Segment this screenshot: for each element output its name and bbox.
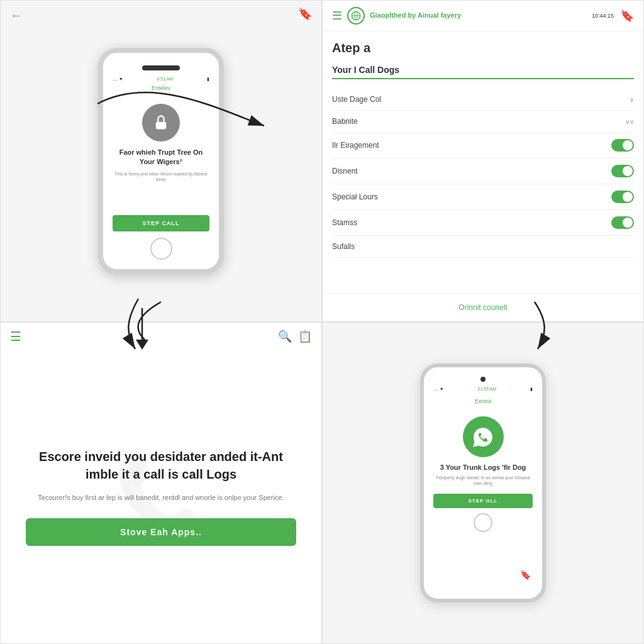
phone-time: 9:51 AM [157,77,173,82]
settings-label-2: Babnite [332,117,358,126]
signal-dots: .... ▼ [113,77,123,82]
hamburger-icon[interactable]: ☰ [332,9,342,23]
settings-row-4[interactable]: Disnent [332,158,634,184]
back-arrow-icon[interactable]: ← [10,8,23,23]
q3-add-icon[interactable]: 📋 [298,330,312,343]
chevron-icon-2: ∨∨ [625,118,634,125]
step-call-button[interactable]: STEP CALL [113,215,209,231]
q4-battery-icon: ▮ [530,387,533,392]
q3-hamburger-icon[interactable]: ☰ [10,329,21,344]
toggle-eiragement[interactable] [611,139,634,152]
quadrant-1: ← 🔖 .... ▼ 9:51 AM ▮ Entelev Faor whieh … [0,0,322,322]
phone-mockup-1: .... ▼ 9:51 AM ▮ Entelev Faor whieh Trup… [98,48,224,274]
q3-header-icons: 🔍 📋 [278,330,312,343]
q2-time: 10:44:15 [592,13,614,19]
q2-footer-link[interactable]: Orinnit counelt [323,293,643,321]
q4-phone-time: 51:55 AM [478,387,497,392]
q4-bookmark-icon: 🔖 [520,570,531,580]
q4-phone-title: 3 Your Trunk Logs 'fir Dog [440,464,526,471]
store-apps-button[interactable]: Stove Eah Apps.. [26,518,296,546]
q2-content: Your I Call Dogs Uste Dage Col ∨ Babnite… [323,55,643,293]
q4-signal-dots: .... ▼ [433,387,444,392]
quadrant-3: ☰ 🔍 📋 📞 Escore inveid you desidater ande… [0,322,322,644]
step-oll-button[interactable]: STEP OLL [433,494,533,508]
settings-label-5: Speciał Lours [332,192,378,201]
q2-app-name: Giaoplthed by Ainual fayery [370,11,461,19]
settings-row-2[interactable]: Babnite ∨∨ [332,111,634,133]
q2-header: ☰ Giaoplthed by Ainual fayery 10:44:15 🔖 [323,1,643,31]
q4-status-bar: .... ▼ 51:55 AM ▮ [433,387,533,392]
q4-phone-notch [480,377,486,382]
q3-body: 📞 Escore inveid you desidater anded it-A… [1,350,321,643]
toggle-special[interactable] [611,191,634,203]
whatsapp-circle-icon [463,416,504,457]
settings-row-7: Sufalls [332,236,634,258]
settings-row-3[interactable]: Ilr Eiragement [332,133,634,158]
q2-header-left: ☰ Giaoplthed by Ainual fayery [332,7,461,25]
settings-row-5[interactable]: Speciał Lours [332,184,634,210]
settings-row-6[interactable]: Stamss [332,210,634,236]
q2-section-title: Your I Call Dogs [332,65,634,79]
toggle-disnent[interactable] [611,165,634,177]
q3-main-text: Tecourer!s buy first ar lep is will bane… [38,492,284,503]
q4-home-button[interactable] [474,513,492,532]
phone-notch [142,65,180,70]
q3-search-icon[interactable]: 🔍 [278,330,292,343]
settings-label-1: Uste Dage Col [332,95,381,104]
q1-bookmark-icon[interactable]: 🔖 [298,7,312,21]
settings-label-7: Sufalls [332,242,355,251]
phone-mockup-2: .... ▼ 51:55 AM ▮ Eentut 3 Your Trunk Lo… [420,364,546,602]
phone-lock-subtitle: This is hinny and other Wcom oopied by f… [113,171,209,182]
chevron-icon-1: ∨ [630,96,634,103]
q4-app-label: Eentut [475,398,491,404]
q3-header: ☰ 🔍 📋 [1,323,321,350]
q2-app-logo [347,7,365,25]
q4-phone-subtitle: Feniperly dugh Idelatc to ae dental your… [433,475,533,486]
battery-icon: ▮ [207,77,209,82]
q3-main-title: Escore inveid you desidater anded it-Ant… [26,448,296,483]
toggle-stamss[interactable] [611,216,634,229]
settings-label-4: Disnent [332,167,358,175]
quadrant-4: .... ▼ 51:55 AM ▮ Eentut 3 Your Trunk Lo… [322,322,644,644]
phone-app-name: Entelev [152,85,170,91]
settings-row-1[interactable]: Uste Dage Col ∨ [332,89,634,111]
q2-bookmark-icon[interactable]: 🔖 [620,9,634,23]
step-a-label: Atep a [323,31,643,55]
phone-lock-title: Faor whieh Trupt Tree On Your Wigers° [113,148,209,167]
phone-status-bar: .... ▼ 9:51 AM ▮ [113,77,209,82]
svg-rect-0 [156,122,166,130]
lock-circle-icon [142,104,180,142]
settings-label-3: Ilr Eiragement [332,141,379,150]
quadrant-2: ☰ Giaoplthed by Ainual fayery 10:44:15 🔖… [322,0,644,322]
phone-app-label: Entelev [113,85,209,91]
phone-home-button[interactable] [150,238,172,260]
settings-label-6: Stamss [332,218,357,227]
